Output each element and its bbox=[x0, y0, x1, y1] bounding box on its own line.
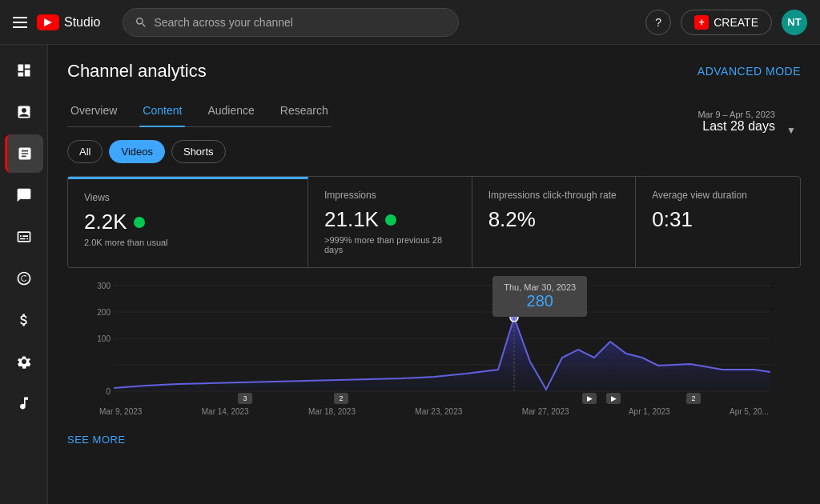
avatar[interactable]: NT bbox=[782, 10, 807, 35]
x-labels: Mar 9, 2023 Mar 14, 2023 Mar 18, 2023 Ma… bbox=[67, 406, 801, 416]
create-label: CREATE bbox=[713, 16, 758, 29]
stat-value-impressions: 21.1K bbox=[324, 207, 456, 232]
sidebar-item-analytics[interactable] bbox=[5, 134, 43, 173]
create-button[interactable]: CREATE bbox=[681, 10, 772, 35]
stat-card-ctr: Impressions click-through rate 8.2% bbox=[472, 177, 637, 267]
sidebar-item-subtitles[interactable] bbox=[5, 218, 43, 256]
filter-all-button[interactable]: All bbox=[67, 140, 102, 163]
svg-text:▶: ▶ bbox=[587, 394, 593, 402]
svg-text:100: 100 bbox=[97, 334, 111, 343]
svg-text:3: 3 bbox=[243, 394, 247, 402]
x-label-5: Mar 27, 2023 bbox=[522, 407, 569, 416]
search-icon bbox=[135, 16, 147, 29]
audio-library-icon bbox=[16, 395, 32, 411]
chart-container: Thu, Mar 30, 2023 280 300 200 100 0 bbox=[67, 268, 801, 426]
sidebar-item-comments[interactable] bbox=[5, 176, 43, 214]
content-area: Channel analytics ADVANCED MODE Overview… bbox=[48, 45, 820, 504]
page-title: Channel analytics bbox=[67, 61, 207, 82]
comments-icon bbox=[16, 187, 32, 203]
sidebar-item-content[interactable] bbox=[5, 93, 43, 131]
stat-value-ctr: 8.2% bbox=[488, 207, 620, 232]
copyright-icon bbox=[16, 270, 32, 286]
filter-videos-button[interactable]: Videos bbox=[109, 140, 165, 163]
tab-research[interactable]: Research bbox=[277, 98, 332, 126]
search-bar[interactable] bbox=[123, 8, 459, 37]
svg-text:0: 0 bbox=[106, 387, 111, 396]
help-button[interactable]: ? bbox=[645, 10, 671, 35]
stat-label-ctr: Impressions click-through rate bbox=[488, 190, 620, 201]
page-header: Channel analytics ADVANCED MODE bbox=[67, 61, 801, 82]
svg-text:▶: ▶ bbox=[611, 394, 617, 402]
stat-sub-impressions: >999% more than previous 28 days bbox=[324, 235, 456, 254]
sidebar-item-customise[interactable] bbox=[5, 342, 43, 381]
subtitles-icon bbox=[16, 229, 32, 245]
create-icon bbox=[694, 15, 709, 30]
dashboard-icon bbox=[16, 62, 32, 78]
customise-icon bbox=[16, 354, 32, 370]
sidebar-item-copyright[interactable] bbox=[5, 259, 43, 298]
tabs-and-date-row: Overview Content Audience Research Mar 9… bbox=[67, 98, 801, 140]
stat-card-duration: Average view duration 0:31 bbox=[636, 177, 800, 267]
sidebar-item-monetization[interactable] bbox=[5, 301, 43, 339]
svg-text:200: 200 bbox=[97, 308, 111, 317]
stat-card-views: Views 2.2K 2.0K more than usual bbox=[68, 177, 308, 267]
stat-label-duration: Average view duration bbox=[652, 190, 784, 201]
x-label-6: Apr 1, 2023 bbox=[629, 407, 670, 416]
stat-card-impressions: Impressions 21.1K >999% more than previo… bbox=[308, 177, 472, 267]
impressions-indicator bbox=[385, 214, 396, 226]
money-icon bbox=[16, 312, 32, 328]
x-label-7: Apr 5, 20... bbox=[730, 407, 769, 416]
nav-right: ? CREATE NT bbox=[645, 10, 807, 35]
tab-bar: Overview Content Audience Research bbox=[67, 98, 332, 127]
search-input[interactable] bbox=[154, 16, 447, 29]
x-label-3: Mar 18, 2023 bbox=[308, 407, 356, 416]
tooltip-value: 280 bbox=[504, 292, 576, 310]
tab-overview[interactable]: Overview bbox=[67, 98, 120, 126]
advanced-mode-button[interactable]: ADVANCED MODE bbox=[697, 65, 801, 78]
stat-label-impressions: Impressions bbox=[324, 190, 456, 201]
x-label-2: Mar 14, 2023 bbox=[202, 407, 249, 416]
filter-shorts-button[interactable]: Shorts bbox=[171, 140, 226, 163]
views-indicator bbox=[134, 217, 145, 228]
tab-content[interactable]: Content bbox=[139, 98, 185, 126]
tooltip-date: Thu, Mar 30, 2023 bbox=[504, 282, 576, 292]
stat-label-views: Views bbox=[84, 192, 291, 203]
sidebar bbox=[0, 45, 48, 504]
studio-label: Studio bbox=[64, 15, 100, 30]
analytics-icon bbox=[17, 146, 33, 162]
stat-sub-views: 2.0K more than usual bbox=[84, 238, 291, 247]
stat-value-duration: 0:31 bbox=[652, 207, 784, 232]
stats-row: Views 2.2K 2.0K more than usual Impressi… bbox=[67, 176, 801, 268]
x-label-1: Mar 9, 2023 bbox=[99, 407, 142, 416]
logo-area: Studio bbox=[37, 14, 100, 30]
main-layout: Channel analytics ADVANCED MODE Overview… bbox=[0, 45, 820, 504]
x-label-4: Mar 23, 2023 bbox=[415, 407, 462, 416]
date-range-dropdown[interactable]: ▼ bbox=[782, 121, 801, 140]
sidebar-item-audio[interactable] bbox=[5, 384, 43, 422]
chart-tooltip: Thu, Mar 30, 2023 280 bbox=[492, 276, 587, 317]
tab-audience[interactable]: Audience bbox=[204, 98, 257, 126]
date-range-sub: Mar 9 – Apr 5, 2023 bbox=[697, 110, 775, 119]
date-range-main: Last 28 days bbox=[697, 119, 775, 134]
svg-text:2: 2 bbox=[691, 394, 695, 402]
top-nav: Studio ? CREATE NT bbox=[0, 0, 820, 45]
hamburger-menu[interactable] bbox=[13, 17, 27, 28]
content-icon bbox=[16, 104, 32, 120]
date-range-area: Mar 9 – Apr 5, 2023 Last 28 days ▼ bbox=[697, 110, 801, 140]
see-more-button[interactable]: SEE MORE bbox=[67, 434, 801, 446]
youtube-logo bbox=[37, 14, 59, 30]
filter-buttons: All Videos Shorts bbox=[67, 140, 801, 163]
svg-text:300: 300 bbox=[97, 282, 111, 290]
chart-svg: 300 200 100 0 bbox=[67, 278, 801, 406]
date-range-text: Mar 9 – Apr 5, 2023 Last 28 days bbox=[697, 110, 775, 134]
stat-value-views: 2.2K bbox=[84, 210, 291, 234]
svg-text:2: 2 bbox=[339, 394, 343, 402]
sidebar-item-dashboard[interactable] bbox=[5, 51, 43, 90]
